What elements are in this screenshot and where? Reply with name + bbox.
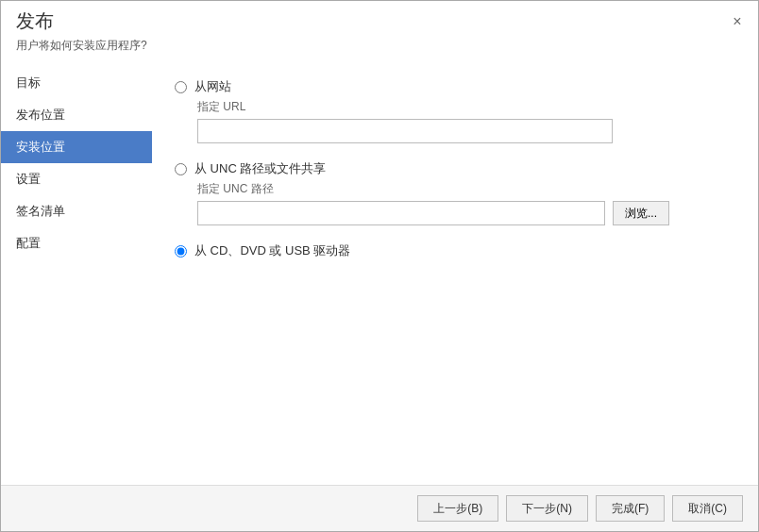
option1-group: 从网站 指定 URL — [175, 78, 735, 143]
close-button[interactable]: × — [728, 12, 747, 31]
sidebar-item-settings[interactable]: 设置 — [1, 163, 152, 195]
next-button[interactable]: 下一步(N) — [506, 495, 588, 522]
option2-row: 从 UNC 路径或文件共享 — [175, 160, 735, 177]
option2-unc-input[interactable] — [197, 201, 605, 225]
option2-label[interactable]: 从 UNC 路径或文件共享 — [194, 160, 326, 177]
option2-group: 从 UNC 路径或文件共享 指定 UNC 路径 浏览... — [175, 160, 735, 225]
option3-row: 从 CD、DVD 或 USB 驱动器 — [175, 242, 735, 259]
option3-label[interactable]: 从 CD、DVD 或 USB 驱动器 — [194, 242, 350, 259]
sidebar-item-install-location[interactable]: 安装位置 — [1, 131, 152, 163]
dialog-subtitle: 用户将如何安装应用程序? — [1, 38, 758, 63]
option3-radio[interactable] — [175, 245, 187, 258]
content-area: 从网站 指定 URL 从 UNC 路径或文件共享 指定 UNC 路径 浏览... — [152, 63, 758, 485]
back-button[interactable]: 上一步(B) — [417, 495, 498, 522]
dialog-footer: 上一步(B) 下一步(N) 完成(F) 取消(C) — [1, 485, 758, 531]
option1-label[interactable]: 从网站 — [194, 78, 231, 95]
dialog-body: 目标 发布位置 安装位置 设置 签名清单 配置 — [1, 63, 758, 485]
sidebar-item-publish-location[interactable]: 发布位置 — [1, 99, 152, 131]
option1-url-input[interactable] — [197, 119, 613, 143]
publish-dialog: 发布 × 用户将如何安装应用程序? 目标 发布位置 安装位置 设置 签名清单 配… — [0, 0, 759, 532]
option1-radio[interactable] — [175, 81, 187, 93]
sidebar-item-config[interactable]: 配置 — [1, 227, 152, 259]
cancel-button[interactable]: 取消(C) — [672, 495, 743, 522]
browse-button[interactable]: 浏览... — [613, 201, 669, 225]
option3-group: 从 CD、DVD 或 USB 驱动器 — [175, 242, 735, 259]
option2-sublabel: 指定 UNC 路径 — [197, 181, 735, 197]
finish-button[interactable]: 完成(F) — [596, 495, 665, 522]
option2-radio[interactable] — [175, 163, 187, 175]
option2-input-row: 浏览... — [197, 201, 735, 225]
sidebar-item-signing-list[interactable]: 签名清单 — [1, 195, 152, 227]
sidebar-item-target[interactable]: 目标 — [1, 67, 152, 99]
title-bar: 发布 × — [1, 1, 758, 38]
option1-sublabel: 指定 URL — [197, 99, 735, 115]
dialog-title: 发布 — [16, 8, 54, 34]
sidebar: 目标 发布位置 安装位置 设置 签名清单 配置 — [1, 63, 152, 485]
option1-row: 从网站 — [175, 78, 735, 95]
